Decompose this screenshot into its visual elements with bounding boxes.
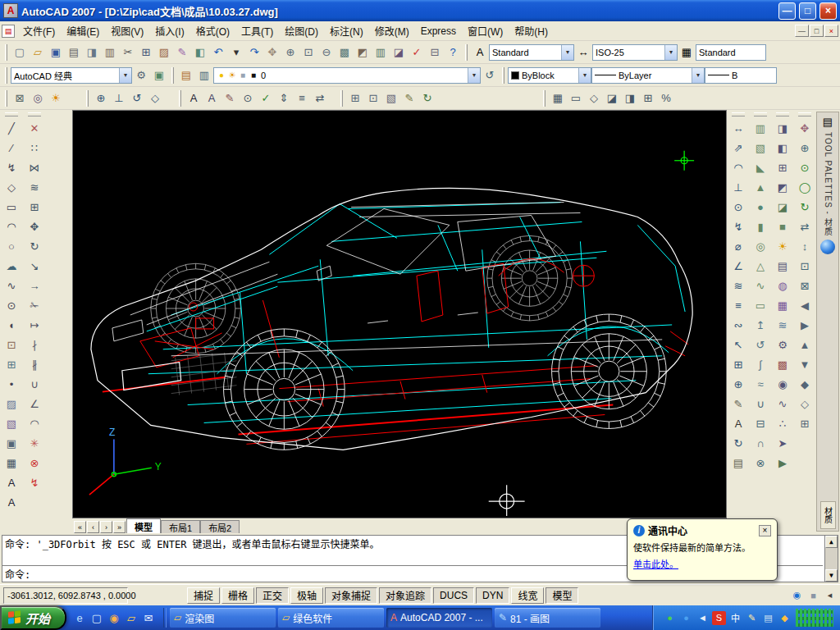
table-style-combo[interactable]: Standard [696,44,766,61]
center-mark-icon[interactable]: ⊕ [728,374,748,394]
text-style-icon[interactable]: A [471,43,489,62]
coordinate-display[interactable]: -3061.3012, 6092.8743 , 0.0000 [3,587,128,604]
free-orbit-icon[interactable]: ◯ [795,177,815,197]
layer-previous-icon[interactable]: ↺ [481,66,499,84]
menu-item[interactable]: 插入(I) [149,22,189,39]
wedge-icon[interactable]: ◣ [751,158,770,177]
planar-surface-icon[interactable]: ▭ [751,295,770,315]
dimension-text-edit-icon[interactable]: A [728,413,748,433]
conceptual-style-icon[interactable]: ◪ [773,197,792,217]
draw-text-icon[interactable]: A [2,492,21,512]
zoom-window-icon[interactable]: ⊡ [299,43,317,62]
layer-color-icon[interactable]: ■ [249,71,258,80]
toolbar-grip[interactable] [5,112,18,116]
lineweight-combo[interactable]: B [705,67,777,84]
arc-length-dimension-icon[interactable]: ◠ [728,158,748,177]
union-icon[interactable]: ∪ [751,394,770,413]
pan-icon[interactable]: ✥ [263,43,281,62]
rotate-icon[interactable]: ↻ [25,236,44,256]
toggle-polar[interactable]: 极轴 [290,587,323,604]
tray-volume-icon[interactable]: ◄ [696,611,710,625]
menu-item[interactable]: 帮助(H) [509,22,554,39]
tray-keyboard-icon[interactable]: ▤ [761,611,775,625]
toolbar-grip[interactable] [179,90,181,107]
task-green-software-folder[interactable]: ▱ 绿色软件 [278,608,384,628]
menu-item[interactable]: 编辑(E) [61,22,105,39]
extrude-icon[interactable]: ↥ [751,315,770,335]
tool-palettes-panel[interactable]: ▤ TOOL PALETTES - 材质 材质 [816,112,839,532]
toolbar-grip[interactable] [86,90,89,107]
linetype-combo[interactable]: ByLayer ▾ [591,67,705,84]
materials-icon[interactable]: ◍ [773,276,792,295]
constrained-orbit-icon[interactable]: ⊙ [795,158,815,177]
task-autocad[interactable]: A AutoCAD 2007 - ... [386,608,492,628]
tab-nav-button[interactable]: « [74,521,86,533]
close-button[interactable]: × [819,2,837,20]
markup-set-manager-icon[interactable]: ✓ [408,43,426,62]
circle-icon[interactable]: ○ [2,236,21,256]
single-line-text-icon[interactable]: A [203,89,221,107]
named-viewports-icon[interactable]: ◨ [621,89,639,107]
ucs-origin-icon[interactable]: ⊥ [110,89,128,107]
radius-dimension-icon[interactable]: ⊙ [728,197,748,217]
named-view-icon[interactable]: ◇ [795,394,815,413]
new-file-icon[interactable]: ▢ [11,43,29,62]
edit-attribute-icon[interactable]: ✎ [400,89,418,107]
render-environment-icon[interactable]: ≋ [773,315,792,335]
doc-minimize-button[interactable]: — [795,25,809,37]
table-icon[interactable]: ▦ [2,453,21,472]
tab-model[interactable]: 模型 [126,518,161,533]
insert-block-icon[interactable]: ⊡ [2,335,21,354]
cone-icon[interactable]: ▲ [751,177,770,197]
layer-states-manager-icon[interactable]: ▥ [195,66,213,84]
copy-object-icon[interactable]: ∷ [25,138,44,158]
toolbar-grip[interactable] [340,90,343,107]
draw-mtext-icon[interactable]: A [2,472,21,492]
menu-item[interactable]: 修改(M) [369,22,415,39]
tolerance-icon[interactable]: ⊞ [728,354,748,374]
back-view-icon[interactable]: ▶ [795,315,815,335]
tray-ime-icon[interactable]: 中 [728,611,742,625]
zoom-extents-icon[interactable]: ⊠ [795,276,815,295]
workspace-save-icon[interactable]: ▣ [150,66,168,84]
break-icon[interactable]: ∦ [25,354,44,374]
tray-messenger-icon[interactable]: ● [679,611,693,625]
mirror-icon[interactable]: ⋈ [25,158,44,177]
quick-leader-icon[interactable]: ↖ [728,335,748,354]
ucs-face-icon[interactable]: ◇ [146,89,164,107]
define-attribute-icon[interactable]: ▧ [382,89,400,107]
menu-item[interactable]: 窗口(W) [462,22,509,39]
iso-view-icon[interactable]: ◆ [795,374,815,394]
tab-nav-button[interactable]: ‹ [87,521,99,533]
layer-on-icon[interactable]: ● [217,71,226,80]
join-viewports-icon[interactable]: ⊞ [639,89,657,107]
task-paint[interactable]: ✎ 81 - 画图 [495,608,600,628]
wireframe-style-icon[interactable]: ⊞ [773,158,792,177]
construction-line-icon[interactable]: ∕ [2,138,21,158]
tab-nav-button[interactable]: › [100,521,112,533]
text-style-combo[interactable]: Standard ▾ [489,44,574,61]
toolbar-lock-icon[interactable]: ■ [806,588,820,602]
find-text-icon[interactable]: ⊙ [239,89,257,107]
aligned-dimension-icon[interactable]: ⇗ [728,138,748,158]
toolbar-grip[interactable] [5,67,7,84]
save-icon[interactable]: ▣ [47,43,65,62]
single-viewport-icon[interactable]: ▭ [567,89,585,107]
quick-ie-icon[interactable]: e [72,610,87,625]
gradient-icon[interactable]: ▧ [2,413,21,433]
text-scale-icon[interactable]: ⇕ [275,89,293,107]
spell-check-icon[interactable]: ✓ [257,89,275,107]
cut-icon[interactable]: ✂ [119,43,137,62]
walk-icon[interactable]: ∴ [773,413,792,433]
tab-nav-button[interactable]: » [113,521,126,533]
quick-mail-icon[interactable]: ✉ [141,610,156,625]
toolbar-grip[interactable] [171,67,174,84]
dimension-update-icon[interactable]: ↻ [728,433,748,453]
edit-text-icon[interactable]: ✎ [221,89,239,107]
chevron-down-icon[interactable]: ▾ [692,68,704,83]
paste-icon[interactable]: ▨ [155,43,173,62]
minimize-button[interactable]: — [778,2,796,20]
move-icon[interactable]: ✥ [25,217,44,236]
interference-icon[interactable]: ⊗ [751,453,770,472]
render-icon[interactable]: ▩ [773,354,792,374]
